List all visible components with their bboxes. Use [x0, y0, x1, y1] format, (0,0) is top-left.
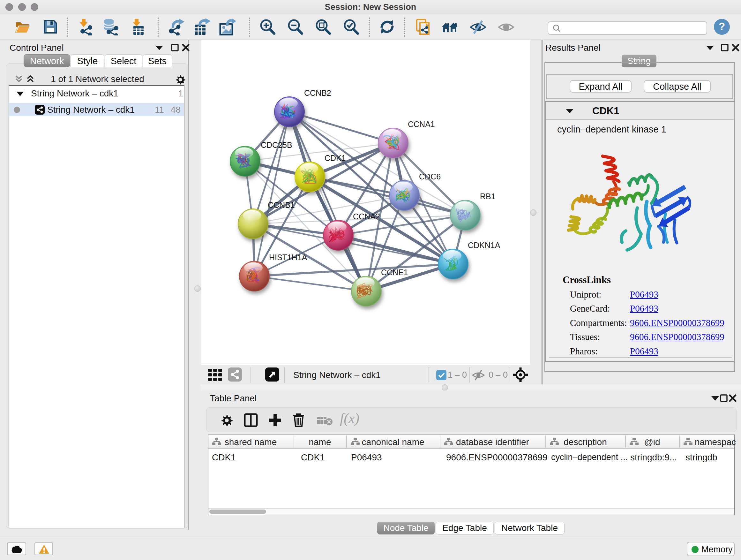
svg-text:CCNA1: CCNA1	[408, 120, 435, 129]
svg-text:CCNA2: CCNA2	[353, 212, 380, 221]
svg-text:HIST1H1A: HIST1H1A	[269, 253, 307, 262]
svg-text:CDKN1A: CDKN1A	[468, 241, 500, 250]
svg-text:CCNE1: CCNE1	[381, 268, 408, 277]
svg-text:CCNB2: CCNB2	[304, 88, 331, 98]
svg-text:CDC25B: CDC25B	[261, 140, 292, 149]
svg-text:RB1: RB1	[480, 192, 495, 201]
svg-text:CCNB1: CCNB1	[268, 200, 295, 209]
svg-text:CDK1: CDK1	[325, 153, 346, 163]
svg-text:CDC6: CDC6	[419, 172, 441, 181]
